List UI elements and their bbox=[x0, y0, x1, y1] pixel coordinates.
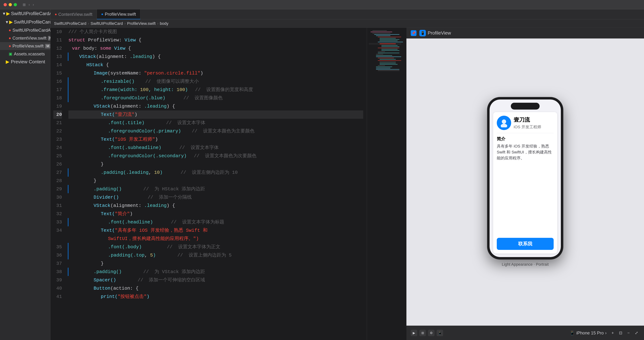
svg-rect-8 bbox=[380, 40, 398, 41]
section-title: 简介 bbox=[497, 136, 554, 142]
tab-content-view[interactable]: ● ContentView.swift bbox=[50, 9, 97, 19]
preview-pin-icon[interactable]: 📌 bbox=[411, 30, 416, 36]
profile-info: 壹刀流 iOS 开发工程师 bbox=[514, 116, 541, 130]
code-line-40: Button(action: { bbox=[68, 284, 363, 293]
code-editor[interactable]: 10 11 12 13 14 15 16 17 18 19 20 21 22 2… bbox=[50, 28, 367, 340]
zoom-in-button[interactable]: + bbox=[610, 330, 616, 336]
window-controls bbox=[4, 3, 17, 6]
code-line-14: HStack { bbox=[68, 61, 363, 69]
device-selector[interactable]: 📱 iPhone 15 Pro › bbox=[570, 331, 606, 336]
breadcrumb-folder: SwiftUIProfileCard bbox=[90, 21, 123, 26]
minimize-button[interactable] bbox=[9, 3, 12, 6]
preview-footer: ▶ ⊞ ⚙ 📱 📱 iPhone 15 Pro › + ⊡ bbox=[406, 326, 644, 340]
tab-profile-view[interactable]: ● ProfileView.swift bbox=[97, 9, 140, 19]
play-button[interactable]: ▶ bbox=[411, 330, 417, 336]
zoom-fit-button[interactable]: ⊡ bbox=[617, 330, 624, 336]
breadcrumb-symbol: body bbox=[160, 21, 168, 26]
svg-rect-27 bbox=[380, 64, 398, 65]
preview-content-area: 壹刀流 iOS 开发工程师 简介 具有多年 iOS 开发经验，熟悉 Swif bbox=[406, 38, 644, 326]
svg-rect-11 bbox=[380, 43, 396, 44]
code-line-34a: Text("具有多年 iOS 开发经验，熟悉 Swift 和 bbox=[68, 226, 363, 235]
code-line-11: struct ProfileView: View { bbox=[68, 36, 363, 44]
svg-rect-5 bbox=[378, 37, 401, 37]
sidebar-item-app[interactable]: ● SwiftUIProfileCardApp.swift bbox=[0, 26, 50, 34]
svg-rect-17 bbox=[378, 51, 385, 52]
profile-name: 壹刀流 bbox=[514, 116, 541, 124]
svg-point-34 bbox=[501, 124, 507, 127]
svg-rect-7 bbox=[380, 39, 400, 40]
iphone-notch bbox=[511, 103, 540, 110]
folder2-icon: ▶ bbox=[9, 19, 13, 25]
person-icon bbox=[500, 118, 508, 127]
maximize-button[interactable] bbox=[14, 3, 17, 6]
preview-panel: 📌 📱 ProfileView bbox=[406, 28, 644, 340]
svg-rect-6 bbox=[380, 38, 396, 38]
sidebar-item-content[interactable]: ● ContentView.swift M bbox=[0, 34, 50, 42]
code-editor-area: 10 11 12 13 14 15 16 17 18 19 20 21 22 2… bbox=[50, 28, 406, 340]
editor-area: ● ContentView.swift ● ProfileView.swift … bbox=[50, 9, 644, 340]
zoom-out-button[interactable]: − bbox=[625, 330, 632, 336]
svg-rect-19 bbox=[376, 54, 383, 54]
profile-view-badge: M bbox=[45, 44, 50, 48]
code-line-20: Text("壹刀流") bbox=[68, 110, 363, 119]
sidebar: ▾ ▶ SwiftUIProfileCardApp.swift ▾ ▶ Swif… bbox=[0, 9, 50, 340]
profile-view-label: ProfileView.swift bbox=[12, 43, 44, 48]
sidebar-group-project[interactable]: ▾ ▶ SwiftUIProfileCardApp.swift bbox=[0, 9, 50, 18]
swift-red-icon: ● bbox=[55, 12, 57, 16]
sidebar-item-profile[interactable]: ● ProfileView.swift M bbox=[0, 42, 50, 50]
title-bar: ⊞ ‹ › bbox=[0, 0, 644, 9]
preview-footer-right: 📱 iPhone 15 Pro › + ⊡ − ⤢ bbox=[570, 330, 640, 336]
svg-rect-23 bbox=[380, 59, 396, 59]
svg-rect-32 bbox=[378, 70, 400, 71]
inspect-button[interactable]: ⊞ bbox=[419, 330, 426, 336]
svg-rect-14 bbox=[378, 48, 400, 48]
profile-view-tab-label: ProfileView.swift bbox=[105, 12, 136, 17]
svg-rect-12 bbox=[382, 45, 398, 46]
preview-content-label: Preview Content bbox=[11, 59, 45, 65]
close-button[interactable] bbox=[4, 3, 7, 6]
svg-rect-31 bbox=[376, 69, 400, 70]
assets-icon: ▣ bbox=[9, 52, 12, 56]
svg-rect-16 bbox=[382, 50, 400, 51]
minimap-content bbox=[367, 28, 406, 86]
svg-rect-13 bbox=[382, 46, 400, 47]
appearance-label: Light Appearance · Portrait bbox=[502, 262, 549, 267]
swift-file-icon3: ● bbox=[9, 44, 11, 48]
settings-button[interactable]: ⚙ bbox=[428, 330, 434, 336]
bio-section: 简介 具有多年 iOS 开发经验，熟悉 Swift 和 SwiftUI，擅长构建… bbox=[497, 136, 554, 161]
swift-file-icon2: ● bbox=[9, 36, 11, 40]
svg-rect-4 bbox=[376, 35, 390, 36]
preview-title: ProfileView bbox=[428, 30, 451, 36]
zoom-fullscreen-button[interactable]: ⤢ bbox=[633, 330, 640, 336]
sidebar-group-main[interactable]: ▾ ▶ SwiftUIProfileCard bbox=[0, 18, 50, 26]
code-line-27: .padding(.leading, 10) // 设置左侧内边距为 10 bbox=[68, 168, 363, 177]
code-line-34b: SwiftUI，擅长构建高性能的应用程序。") bbox=[68, 235, 363, 243]
code-line-26: } bbox=[68, 160, 363, 168]
back-icon[interactable]: ‹ bbox=[28, 2, 30, 7]
device-button[interactable]: 📱 bbox=[437, 330, 443, 336]
zoom-controls: + ⊡ − ⤢ bbox=[610, 330, 640, 336]
code-line-17: .frame(width: 100, height: 100) // 设置图像的… bbox=[68, 86, 363, 94]
code-line-29: .padding() // 为 HStack 添加内边距 bbox=[68, 185, 363, 193]
forward-icon[interactable]: › bbox=[33, 2, 34, 7]
code-line-37: } bbox=[68, 259, 363, 268]
contact-button[interactable]: 联系我 bbox=[497, 238, 554, 250]
bio-text: 具有多年 iOS 开发经验，熟悉 Swift 和 SwiftUI，擅长构建高性能… bbox=[497, 143, 554, 161]
tab-bar: ● ContentView.swift ● ProfileView.swift bbox=[50, 9, 644, 19]
code-line-22: .foregroundColor(.primary) // 设置文本颜色为主要颜… bbox=[68, 127, 363, 135]
svg-rect-21 bbox=[376, 56, 401, 57]
profile-view-icon: 📱 bbox=[419, 30, 426, 36]
sidebar-item-preview[interactable]: ▶ Preview Content bbox=[0, 58, 50, 66]
iphone-mockup: 壹刀流 iOS 开发工程师 简介 具有多年 iOS 开发经验，熟悉 Swif bbox=[488, 97, 563, 259]
code-line-16: .resizable() // 使图像可以调整大小 bbox=[68, 77, 363, 86]
breadcrumb-project: SwiftUIProfileCard bbox=[54, 21, 86, 26]
code-line-15: Image(systemName: "person.circle.fill") bbox=[68, 69, 363, 77]
swift-file-icon: ● bbox=[9, 28, 11, 32]
code-line-18: .foregroundColor(.blue) // 设置图像颜色 bbox=[68, 94, 363, 102]
folder-icon: ▶ bbox=[6, 11, 10, 16]
avatar bbox=[497, 116, 511, 130]
sidebar-toggle-icon[interactable]: ⊞ bbox=[23, 2, 26, 7]
sidebar-item-assets[interactable]: ▣ Assets.xcassets bbox=[0, 50, 50, 58]
code-line-28: } bbox=[68, 177, 363, 185]
svg-rect-30 bbox=[376, 68, 390, 68]
